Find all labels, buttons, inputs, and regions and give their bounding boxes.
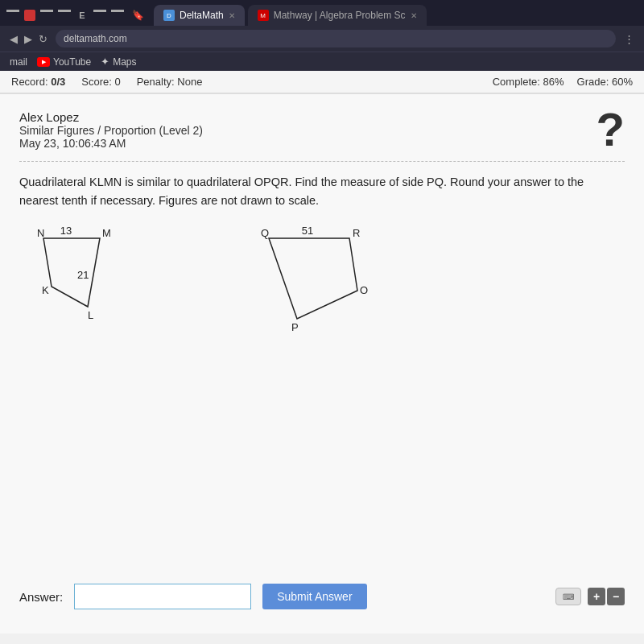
- answer-section: Answer: Submit Answer ⌨ + −: [19, 584, 625, 609]
- keyboard-icon-button[interactable]: ⌨: [555, 588, 581, 605]
- menu-bar-icon4: [93, 10, 106, 12]
- menu-bar-icon: [6, 10, 19, 12]
- svg-klmn: N M K L 13 21: [35, 226, 140, 323]
- klmn-polygon: [43, 238, 100, 307]
- browser-chrome: E 🔖 D DeltaMath ✕ M Mathway | Algebra Pr…: [0, 0, 644, 71]
- answer-input[interactable]: [74, 584, 251, 609]
- menu-bar-icon5: [111, 10, 124, 12]
- back-button[interactable]: ◀: [10, 33, 18, 45]
- svg-opqr: Q R O P 51: [253, 226, 382, 331]
- tab-close-deltamath[interactable]: ✕: [229, 11, 235, 20]
- opqr-polygon: [269, 238, 357, 319]
- nav-buttons: ◀ ▶ ↻: [10, 33, 47, 45]
- tab-label-deltamath: DeltaMath: [180, 10, 224, 21]
- e-icon: E: [76, 10, 89, 21]
- label-k: K: [42, 284, 49, 296]
- bookmark-mail[interactable]: mail: [10, 56, 27, 68]
- tab-deltamath[interactable]: D DeltaMath ✕: [154, 5, 245, 26]
- keyboard-area: ⌨ + −: [555, 588, 625, 605]
- label-nm: 13: [60, 225, 72, 237]
- zoom-in-button[interactable]: +: [588, 588, 605, 605]
- zoom-out-button[interactable]: −: [607, 588, 625, 605]
- help-icon[interactable]: ?: [597, 106, 625, 153]
- nav-icon: [24, 10, 35, 21]
- youtube-label: YouTube: [53, 56, 91, 68]
- section-divider: [19, 161, 625, 162]
- submit-answer-button[interactable]: Submit Answer: [262, 584, 366, 609]
- tab-label-mathway: Mathway | Algebra Problem Sc: [274, 10, 406, 21]
- forward-button[interactable]: ▶: [24, 33, 32, 45]
- tab-mathway[interactable]: M Mathway | Algebra Problem Sc ✕: [248, 5, 427, 26]
- bookmark-maps[interactable]: ✦ Maps: [101, 56, 136, 68]
- answer-label: Answer:: [19, 590, 63, 604]
- figure-opqr: Q R O P 51: [253, 226, 382, 334]
- browser-menu-icons: E 🔖: [6, 10, 144, 21]
- complete-value: 86%: [543, 76, 564, 88]
- info-bar: Record: 0/3 Score: 0 Penalty: None Compl…: [0, 71, 644, 94]
- menu-bar-icon3: [58, 10, 71, 12]
- label-n: N: [37, 227, 44, 239]
- complete-info: Complete: 86%: [493, 76, 564, 88]
- label-p: P: [291, 321, 299, 333]
- label-qr: 51: [302, 225, 313, 237]
- label-kl: 21: [77, 269, 89, 281]
- reload-button[interactable]: ↻: [39, 33, 47, 45]
- user-info: ? Alex Lopez Similar Figures / Proportio…: [19, 110, 625, 150]
- info-bar-left: Record: 0/3 Score: 0 Penalty: None: [11, 76, 202, 88]
- maps-icon: ✦: [101, 56, 109, 68]
- tab-favicon-mathway: M: [258, 10, 269, 21]
- tab-bar: E 🔖 D DeltaMath ✕ M Mathway | Algebra Pr…: [0, 0, 644, 26]
- score-info: Score: 0: [81, 76, 120, 88]
- mail-label: mail: [10, 56, 27, 68]
- grade-value: 60%: [612, 76, 633, 88]
- bookmarks-bar: mail YouTube ✦ Maps: [0, 52, 644, 71]
- youtube-icon: [37, 57, 50, 67]
- record-info: Record: 0/3: [11, 76, 65, 88]
- problem-text: Quadrilateral KLMN is similar to quadril…: [19, 173, 625, 210]
- label-m: M: [102, 227, 111, 239]
- label-l: L: [88, 309, 93, 321]
- score-value: 0: [114, 76, 120, 88]
- penalty-value: None: [177, 76, 202, 88]
- record-value: 0/3: [51, 76, 65, 88]
- maps-label: Maps: [113, 56, 136, 68]
- problem-type: Similar Figures / Proportion (Level 2): [19, 124, 625, 137]
- user-name: Alex Lopez: [19, 110, 625, 124]
- main-content: ? Alex Lopez Similar Figures / Proportio…: [0, 94, 644, 634]
- zoom-controls: + −: [588, 588, 625, 605]
- timestamp: May 23, 10:06:43 AM: [19, 137, 625, 150]
- bookmark-icon: 🔖: [132, 10, 144, 21]
- menu-bar-icon2: [40, 10, 53, 12]
- label-o: O: [360, 284, 368, 296]
- grade-info: Grade: 60%: [577, 76, 633, 88]
- tab-favicon-deltamath: D: [163, 10, 175, 21]
- penalty-info: Penalty: None: [137, 76, 203, 88]
- figure-klmn: N M K L 13 21: [35, 226, 140, 334]
- label-r: R: [353, 227, 360, 239]
- tab-close-mathway[interactable]: ✕: [411, 11, 417, 20]
- label-q: Q: [261, 227, 269, 239]
- more-options-icon[interactable]: ⋮: [624, 33, 634, 45]
- figures-area: N M K L 13 21 Q R O P 51: [19, 226, 625, 334]
- info-bar-right: Complete: 86% Grade: 60%: [493, 76, 633, 88]
- address-bar: ◀ ▶ ↻ deltamath.com ⋮: [0, 26, 644, 52]
- address-url[interactable]: deltamath.com: [56, 30, 616, 47]
- bookmark-youtube[interactable]: YouTube: [37, 56, 91, 68]
